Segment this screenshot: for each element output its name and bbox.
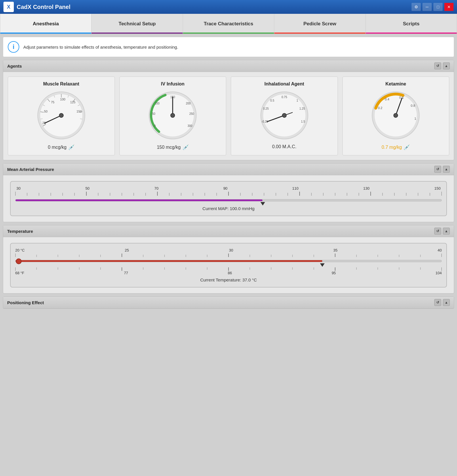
svg-text:50: 50 xyxy=(152,112,156,115)
map-slider-section: 30 50 70 90 110 130 150 xyxy=(3,175,454,222)
map-title: Mean Arterial Pressure xyxy=(7,167,54,172)
tab-scripts[interactable]: Scripts xyxy=(366,14,457,34)
tab-trace-indicator xyxy=(183,33,274,34)
svg-text:0.8: 0.8 xyxy=(411,104,415,107)
inhalational-label: Inhalational Agent xyxy=(264,81,304,87)
tab-technical-setup[interactable]: Technical Setup xyxy=(92,14,183,34)
map-slider-track-container[interactable] xyxy=(15,197,442,204)
svg-text:0.5: 0.5 xyxy=(270,99,274,102)
muscle-relaxant-gauge-svg: 25 50 75 100 125 150 xyxy=(35,90,87,141)
positioning-collapse-button[interactable]: ▲ xyxy=(443,299,450,306)
map-slider-box: 30 50 70 90 110 130 150 xyxy=(10,181,447,216)
map-refresh-button[interactable]: ↺ xyxy=(434,166,441,173)
muscle-relaxant-gauge[interactable]: 25 50 75 100 125 150 xyxy=(35,90,87,141)
map-current-value: Current MAP: 100.0 mmHg xyxy=(15,206,442,211)
minimize-button[interactable]: ─ xyxy=(422,3,432,11)
title-bar: X CadX Control Panel ⚙ ─ □ ✕ xyxy=(0,0,457,14)
app-title: CadX Control Panel xyxy=(17,4,412,10)
map-slider-fill xyxy=(16,199,262,201)
agents-section: Agents ↺ ▲ Muscle Relaxant 25 50 xyxy=(3,60,454,160)
inhalational-gauge-svg: -0.25 0.25 0.5 0.75 1 1.25 1.5 xyxy=(258,90,310,141)
tab-scripts-indicator xyxy=(366,33,457,34)
inhalational-gauge[interactable]: -0.25 0.25 0.5 0.75 1 1.25 1.5 xyxy=(258,90,310,141)
temp-bottom-ticks xyxy=(15,267,442,270)
temperature-slider-section: 20 °C 25 30 35 40 xyxy=(3,237,454,293)
svg-text:75: 75 xyxy=(51,100,54,104)
map-header: Mean Arterial Pressure ↺ ▲ xyxy=(3,163,454,175)
svg-text:150: 150 xyxy=(77,110,82,113)
ketamine-gauge[interactable]: 0.2 0.4 0.6 0.8 1 xyxy=(370,90,422,141)
agents-collapse-button[interactable]: ▲ xyxy=(443,62,450,69)
agent-iv-infusion: IV Infusion 0 50 100 150 200 250 xyxy=(119,77,226,155)
ketamine-gauge-svg: 0.2 0.4 0.6 0.8 1 xyxy=(370,90,422,141)
tab-pedicle-indicator xyxy=(274,33,365,34)
temperature-current-value: Current Temperature: 37.0 °C xyxy=(15,277,442,282)
app-logo: X xyxy=(3,2,14,12)
svg-text:250: 250 xyxy=(189,112,194,115)
tab-pedicle-screw[interactable]: Pedicle Screw xyxy=(274,14,365,34)
positioning-title: Positioning Effect xyxy=(7,300,44,305)
map-ticks xyxy=(15,192,442,196)
svg-text:0.2: 0.2 xyxy=(378,106,382,110)
agent-inhalational: Inhalational Agent -0.25 0.25 0.5 0.75 1… xyxy=(231,77,338,155)
map-section: Mean Arterial Pressure ↺ ▲ 30 50 70 90 1… xyxy=(3,163,454,222)
info-banner: i Adjust parameters to simulate effects … xyxy=(3,37,454,57)
restore-button[interactable]: □ xyxy=(433,3,443,11)
map-scale: 30 50 70 90 110 130 150 xyxy=(15,186,442,191)
temp-bottom-tick-svg xyxy=(15,267,442,271)
positioning-controls: ↺ ▲ xyxy=(434,299,450,306)
tab-technical-setup-indicator xyxy=(92,33,182,34)
temperature-title: Temperature xyxy=(7,229,33,234)
muscle-relaxant-label: Muscle Relaxant xyxy=(43,81,79,87)
svg-text:50: 50 xyxy=(44,110,47,113)
svg-text:100: 100 xyxy=(155,102,160,105)
svg-text:1.25: 1.25 xyxy=(299,107,305,110)
positioning-section: Positioning Effect ↺ ▲ xyxy=(3,296,454,309)
temperature-slider-track xyxy=(15,260,442,262)
svg-text:100: 100 xyxy=(60,98,65,101)
iv-infusion-gauge-svg: 0 50 100 150 200 250 300 xyxy=(147,90,199,141)
temperature-slider-thumb-left xyxy=(16,258,22,264)
tab-anesthesia[interactable]: Anesthesia xyxy=(0,14,92,34)
svg-text:0.4: 0.4 xyxy=(385,98,389,101)
temperature-refresh-button[interactable]: ↺ xyxy=(434,228,441,235)
ketamine-syringe-icon: 💉 xyxy=(403,144,410,151)
iv-infusion-syringe-icon: 💉 xyxy=(182,144,189,151)
map-tick-svg xyxy=(15,192,442,196)
iv-infusion-value: 150 mcg/kg 💉 xyxy=(157,144,189,151)
info-icon: i xyxy=(8,41,19,53)
window-controls: ⚙ ─ □ ✕ xyxy=(412,3,454,11)
iv-infusion-gauge[interactable]: 0 50 100 150 200 250 300 xyxy=(147,90,199,141)
map-slider-track xyxy=(15,199,442,201)
temperature-slider-track-container[interactable] xyxy=(15,257,442,266)
tab-anesthesia-indicator xyxy=(0,33,91,34)
agent-ketamine: Ketamine 0.2 0.4 0.6 0.8 1 xyxy=(342,77,450,155)
tab-trace-characteristics[interactable]: Trace Characteristics xyxy=(183,14,274,34)
muscle-relaxant-syringe-icon: 💉 xyxy=(68,144,75,151)
svg-text:1.5: 1.5 xyxy=(301,120,305,123)
svg-text:0: 0 xyxy=(154,124,156,127)
iv-infusion-label: IV Infusion xyxy=(161,81,184,87)
svg-text:200: 200 xyxy=(186,102,191,105)
close-button[interactable]: ✕ xyxy=(444,3,454,11)
temperature-section: Temperature ↺ ▲ 20 °C 25 30 35 40 xyxy=(3,225,454,294)
agent-muscle-relaxant: Muscle Relaxant 25 50 75 100 125 150 xyxy=(8,77,115,155)
agents-header: Agents ↺ ▲ xyxy=(3,60,454,72)
temperature-slider-box: 20 °C 25 30 35 40 xyxy=(10,243,447,287)
agents-refresh-button[interactable]: ↺ xyxy=(434,62,441,69)
svg-text:0.75: 0.75 xyxy=(281,96,287,99)
map-collapse-button[interactable]: ▲ xyxy=(443,166,450,173)
agents-controls: ↺ ▲ xyxy=(434,62,450,69)
svg-point-32 xyxy=(171,113,175,117)
svg-text:125: 125 xyxy=(70,100,75,104)
tab-bar: Anesthesia Technical Setup Trace Charact… xyxy=(0,14,457,34)
agents-title: Agents xyxy=(7,64,22,68)
settings-button[interactable]: ⚙ xyxy=(412,3,421,11)
temperature-collapse-button[interactable]: ▲ xyxy=(443,228,450,235)
positioning-header: Positioning Effect ↺ ▲ xyxy=(3,297,454,309)
map-controls: ↺ ▲ xyxy=(434,166,450,173)
muscle-relaxant-value: 0 mcg/kg 💉 xyxy=(48,144,75,151)
temperature-slider-thumb xyxy=(320,263,325,267)
svg-text:1: 1 xyxy=(414,117,416,120)
positioning-refresh-button[interactable]: ↺ xyxy=(434,299,441,306)
